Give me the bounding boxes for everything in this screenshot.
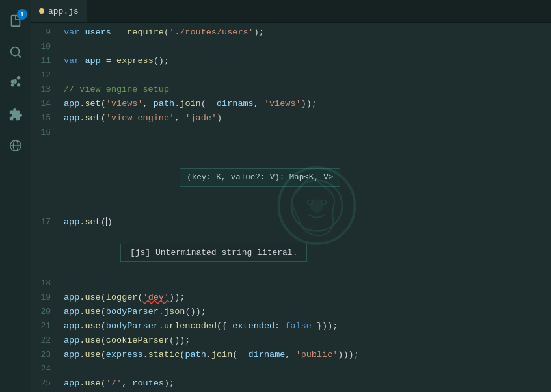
code-line: 21 app.use(bodyParser.urlencoded({ exten… <box>31 319 551 333</box>
tab-appjs[interactable]: app.js <box>31 0 87 22</box>
code-line-16: 16 (key: K, value?: V): Map<K, V> <box>31 125 551 215</box>
code-line: 13 // view engine setup <box>31 83 551 97</box>
code-line: 25 app.use('/', routes); <box>31 376 551 391</box>
code-line: 19 app.use(logger('dev')); <box>31 291 551 305</box>
badge-count: 1 <box>17 9 27 20</box>
code-line: 22 app.use(cookieParser()); <box>31 333 551 348</box>
tab-filename: app.js <box>48 7 79 16</box>
svg-point-0 <box>11 47 20 56</box>
code-line: 20 app.use(bodyParser.json()); <box>31 305 551 319</box>
code-line: 24 <box>31 362 551 376</box>
code-line: 12 <box>31 68 551 83</box>
svg-line-1 <box>18 55 21 57</box>
autocomplete-tooltip: (key: K, value?: V): Map<K, V> <box>180 168 340 187</box>
editor-main: app.js 9 var users = require('./routes/u… <box>31 0 551 392</box>
code-line: 9 var users = require('./routes/users'); <box>31 25 551 40</box>
source-control-icon[interactable] <box>0 68 31 99</box>
code-line: 15 app.set('view engine', 'jade') <box>31 111 551 125</box>
extensions-icon[interactable] <box>0 99 31 130</box>
tab-bar: app.js <box>31 0 551 23</box>
activity-bar: 1 <box>0 0 31 392</box>
code-line: 10 <box>31 40 551 54</box>
code-line-17: 17 app.set() [js] Unterminated string li… <box>31 215 551 276</box>
error-tooltip: [js] Unterminated string literal. <box>120 244 307 262</box>
files-icon[interactable]: 1 <box>0 5 31 36</box>
code-line: 14 app.set('views', path.join(__dirnams,… <box>31 97 551 111</box>
code-line: 11 var app = express(); <box>31 54 551 68</box>
modified-dot <box>39 8 44 14</box>
editor-body[interactable]: 9 var users = require('./routes/users');… <box>31 23 551 392</box>
code-line: 23 app.use(express.static(path.join(__di… <box>31 348 551 362</box>
search-icon[interactable] <box>0 36 31 68</box>
remote-icon[interactable] <box>0 130 31 161</box>
code-area: 9 var users = require('./routes/users');… <box>31 25 551 392</box>
code-line: 18 <box>31 276 551 291</box>
